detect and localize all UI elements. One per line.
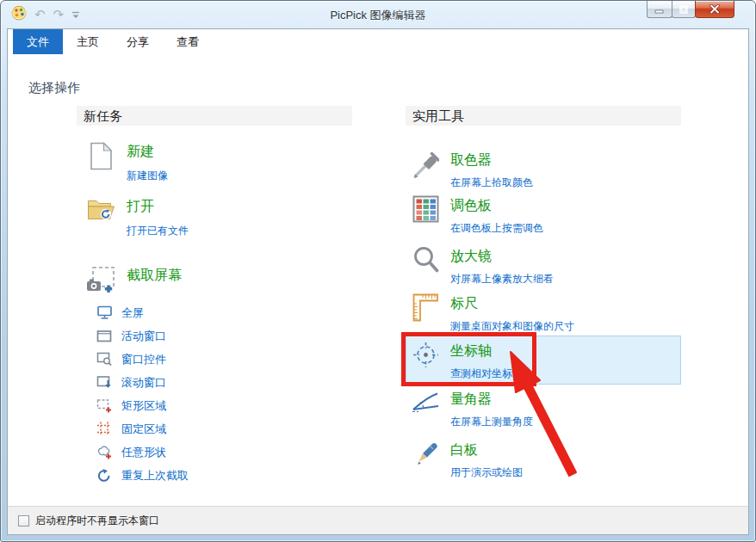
capture-label: 活动窗口 (121, 329, 166, 344)
color-picker-icon (411, 150, 440, 190)
capture-item-active-window[interactable]: 活动窗口 (96, 324, 311, 348)
capture-item-repeat-last[interactable]: 重复上次截取 (96, 464, 311, 487)
tool-subtitle: 对屏幕上像素放大细看 (450, 272, 554, 286)
tool-title: 调色板 (450, 195, 543, 215)
statusbar: 启动程序时不再显示本窗口 (8, 506, 748, 534)
capture-label: 滚动窗口 (121, 375, 166, 391)
capture-item-window-control[interactable]: 窗口控件 (96, 348, 311, 371)
ruler-icon (411, 293, 440, 334)
screen-capture-icon (85, 266, 116, 295)
magnifier-icon (411, 246, 440, 286)
item-subtitle: 打开已有文件 (127, 224, 189, 238)
window-controls (648, 1, 734, 18)
minimize-button[interactable] (647, 1, 672, 18)
tab-share[interactable]: 分享 (113, 29, 163, 54)
tool-item-ruler[interactable]: 标尺 测量桌面对象和图像的尺寸 (411, 293, 678, 334)
capture-label: 全屏 (121, 305, 144, 321)
whiteboard-icon (411, 440, 440, 480)
repeat-capture-icon (96, 468, 113, 483)
freehand-icon (96, 445, 113, 459)
capture-label: 固定区域 (121, 422, 166, 437)
tool-title: 白板 (450, 440, 523, 459)
capture-item-scrolling-window[interactable]: 滚动窗口 (96, 371, 311, 394)
capture-list: 全屏 活动窗口 (96, 301, 311, 487)
menu-tabbar: 文件 主页 分享 查看 (8, 29, 748, 54)
item-screen-capture[interactable]: 截取屏幕 (85, 266, 182, 295)
tool-subtitle: 在屏幕上拾取颜色 (450, 176, 533, 190)
picpick-window: ↶ ↷ PicPick 图像编辑器 (0, 0, 756, 542)
active-window-icon (96, 330, 113, 343)
capture-item-freehand[interactable]: 任意形状 (96, 440, 311, 464)
capture-item-fullscreen[interactable]: 全屏 (96, 301, 311, 324)
tab-view[interactable]: 查看 (163, 29, 213, 54)
tool-item-color-picker[interactable]: 取色器 在屏幕上拾取颜色 (411, 150, 678, 190)
tool-title: 标尺 (450, 293, 574, 313)
open-folder-icon (85, 197, 116, 238)
fullscreen-icon (96, 305, 113, 320)
new-document-icon (85, 142, 116, 183)
tool-title: 放大镜 (450, 246, 554, 266)
titlebar: ↶ ↷ PicPick 图像编辑器 (1, 1, 755, 28)
rect-region-icon (96, 398, 113, 413)
tool-item-magnifier[interactable]: 放大镜 对屏幕上像素放大细看 (411, 246, 678, 286)
protractor-icon (411, 389, 440, 429)
tool-title: 量角器 (450, 389, 533, 409)
close-button[interactable] (695, 1, 734, 18)
dont-show-again-checkbox[interactable] (18, 515, 29, 527)
item-title: 打开 (127, 197, 189, 216)
capture-item-rect-region[interactable]: 矩形区域 (96, 394, 311, 417)
restore-button[interactable] (672, 1, 696, 18)
item-open[interactable]: 打开 打开已有文件 (85, 197, 189, 238)
tool-item-whiteboard[interactable]: 白板 用于演示或绘图 (411, 440, 678, 480)
capture-label: 窗口控件 (121, 352, 166, 367)
capture-label: 矩形区域 (121, 398, 166, 414)
tool-item-protractor[interactable]: 量角器 在屏幕上测量角度 (411, 389, 678, 429)
annotation-red-rectangle (401, 332, 536, 386)
window-title: PicPick 图像编辑器 (1, 8, 755, 23)
item-new[interactable]: 新建 新建图像 (85, 142, 168, 183)
item-subtitle: 新建图像 (127, 169, 168, 183)
scrolling-window-icon (96, 375, 113, 390)
tool-subtitle: 在调色板上按需调色 (450, 221, 543, 236)
tab-home[interactable]: 主页 (63, 29, 113, 54)
dont-show-again-label: 启动程序时不再显示本窗口 (35, 514, 159, 528)
page-title: 选择操作 (28, 80, 80, 96)
capture-label: 任意形状 (121, 445, 166, 460)
fixed-region-icon (96, 422, 113, 436)
window-control-icon (96, 352, 113, 366)
start-page: 选择操作 新任务 实用工具 新建 新建图像 (8, 54, 748, 506)
tool-item-palette[interactable]: 调色板 在调色板上按需调色 (411, 195, 678, 236)
palette-icon (411, 195, 440, 236)
tool-title: 取色器 (450, 150, 533, 169)
item-title: 截取屏幕 (127, 266, 182, 285)
client-area: 文件 主页 分享 查看 选择操作 新任务 实用工具 新建 新建图像 (7, 28, 749, 535)
capture-label: 重复上次截取 (121, 468, 189, 483)
tool-subtitle: 用于演示或绘图 (450, 465, 523, 480)
tool-subtitle: 在屏幕上测量角度 (450, 415, 533, 429)
section-header-utilities: 实用工具 (406, 106, 681, 126)
tab-file[interactable]: 文件 (13, 29, 63, 54)
section-header-new-tasks: 新任务 (77, 106, 352, 126)
item-title: 新建 (127, 142, 168, 161)
capture-item-fixed-region[interactable]: 固定区域 (96, 417, 311, 440)
